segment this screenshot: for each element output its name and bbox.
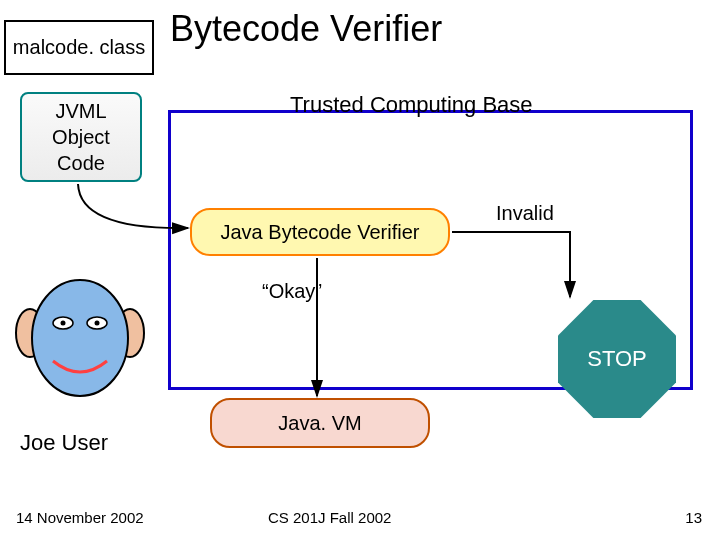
footer-course: CS 201J Fall 2002 [268,509,391,526]
arrow-jvml-to-verifier [0,0,720,540]
footer-page-number: 13 [685,509,702,526]
footer-date: 14 November 2002 [16,509,144,526]
